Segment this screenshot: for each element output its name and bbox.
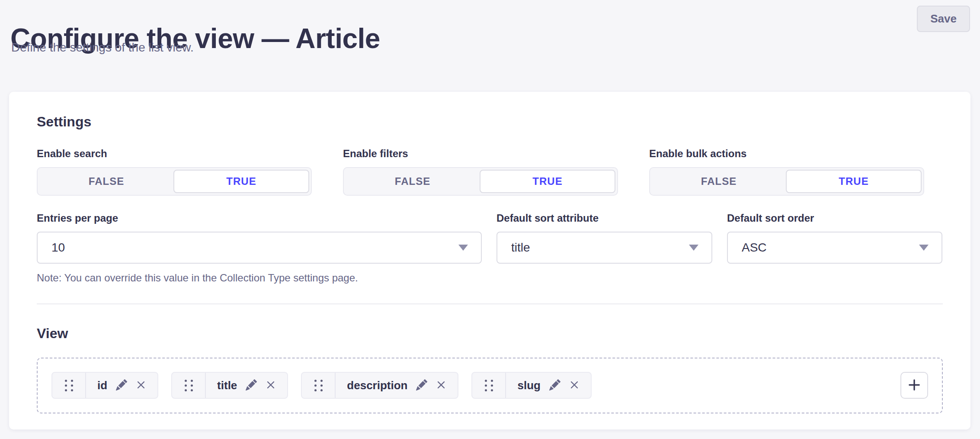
page-subtitle: Define the settings of the list view. — [11, 40, 194, 55]
add-field-button[interactable] — [900, 372, 928, 399]
field-entries-per-page: Entries per page 10 Note: You can overri… — [37, 212, 482, 284]
close-icon — [436, 380, 446, 391]
field-label: Enable search — [37, 148, 312, 160]
field-pill-slug[interactable]: slug — [471, 372, 591, 399]
pencil-icon — [549, 379, 560, 392]
default-sort-order-value: ASC — [742, 241, 767, 255]
enable-bulk-actions-toggle: FALSE TRUE — [649, 167, 924, 196]
field-pill-label: title — [217, 379, 237, 392]
field-default-sort-attribute: Default sort attribute title — [496, 212, 712, 284]
drag-dots-icon — [485, 380, 493, 391]
field-label: Entries per page — [37, 212, 482, 225]
enable-filters-false-option[interactable]: FALSE — [346, 170, 480, 193]
default-sort-attribute-value: title — [511, 241, 530, 255]
enable-filters-toggle: FALSE TRUE — [343, 167, 618, 196]
field-enable-bulk-actions: Enable bulk actions FALSE TRUE — [649, 148, 924, 196]
field-enable-search: Enable search FALSE TRUE — [37, 148, 312, 196]
remove-field-button[interactable] — [136, 380, 146, 391]
field-pill-label: slug — [517, 379, 540, 392]
drag-handle[interactable] — [302, 373, 336, 398]
close-icon — [266, 380, 276, 391]
toggle-row: Enable search FALSE TRUE Enable filters … — [37, 148, 943, 196]
remove-field-button[interactable] — [266, 380, 276, 391]
edit-field-button[interactable] — [549, 379, 560, 392]
view-fields-dropzone: id titl — [37, 358, 943, 413]
field-pill-description[interactable]: description — [301, 372, 458, 399]
settings-section-title: Settings — [37, 114, 943, 129]
close-icon — [136, 380, 146, 391]
caret-down-icon — [919, 245, 929, 251]
remove-field-button[interactable] — [436, 380, 446, 391]
edit-field-button[interactable] — [246, 379, 257, 392]
drag-dots-icon — [65, 380, 73, 391]
field-label: Enable filters — [343, 148, 618, 160]
view-section-title: View — [37, 326, 943, 341]
caret-down-icon — [689, 245, 698, 251]
plus-icon — [908, 378, 921, 393]
entries-per-page-value: 10 — [51, 241, 65, 255]
pencil-icon — [246, 379, 257, 392]
remove-field-button[interactable] — [569, 380, 580, 391]
field-pill-label: description — [347, 379, 407, 392]
enable-bulk-actions-false-option[interactable]: FALSE — [652, 170, 786, 193]
save-button[interactable]: Save — [917, 6, 970, 32]
default-sort-attribute-select[interactable]: title — [496, 232, 712, 264]
enable-search-true-option[interactable]: TRUE — [173, 170, 309, 193]
drag-dots-icon — [314, 380, 323, 391]
field-default-sort-order: Default sort order ASC — [727, 212, 942, 284]
entries-per-page-note: Note: You can override this value in the… — [37, 271, 482, 284]
drag-handle[interactable] — [52, 373, 86, 398]
pencil-icon — [116, 379, 127, 392]
edit-field-button[interactable] — [416, 379, 427, 392]
caret-down-icon — [458, 245, 468, 251]
enable-bulk-actions-true-option[interactable]: TRUE — [786, 170, 922, 193]
field-pill-label: id — [97, 379, 107, 392]
field-pill-id[interactable]: id — [51, 372, 158, 399]
drag-handle[interactable] — [172, 373, 206, 398]
enable-filters-true-option[interactable]: TRUE — [480, 170, 615, 193]
enable-search-false-option[interactable]: FALSE — [39, 170, 173, 193]
section-divider — [37, 303, 943, 304]
entries-per-page-select[interactable]: 10 — [37, 232, 482, 264]
field-pill-title[interactable]: title — [171, 372, 288, 399]
field-enable-filters: Enable filters FALSE TRUE — [343, 148, 618, 196]
field-label: Default sort order — [727, 212, 942, 225]
drag-handle[interactable] — [472, 373, 506, 398]
enable-search-toggle: FALSE TRUE — [37, 167, 312, 196]
field-label: Enable bulk actions — [649, 148, 924, 160]
select-row: Entries per page 10 Note: You can overri… — [37, 212, 943, 284]
settings-card: Settings Enable search FALSE TRUE Enable… — [9, 92, 970, 429]
close-icon — [569, 380, 580, 391]
field-label: Default sort attribute — [496, 212, 712, 225]
pencil-icon — [416, 379, 427, 392]
edit-field-button[interactable] — [116, 379, 127, 392]
default-sort-order-select[interactable]: ASC — [727, 232, 942, 264]
drag-dots-icon — [185, 380, 193, 391]
